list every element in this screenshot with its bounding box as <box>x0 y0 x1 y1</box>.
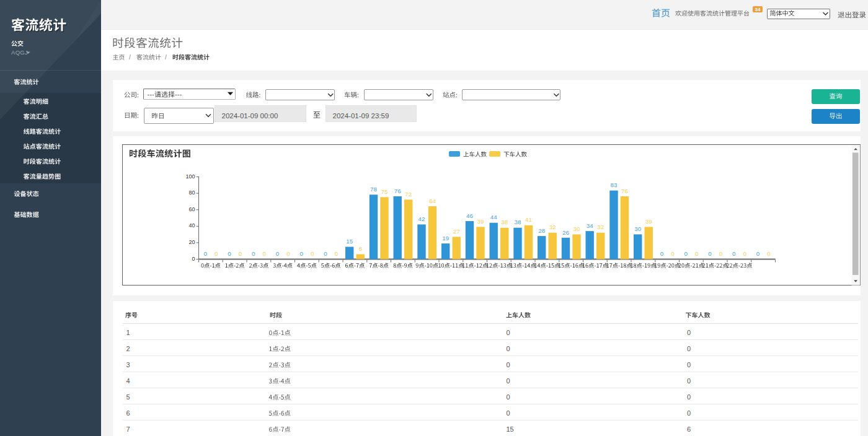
svg-text:3: 3 <box>126 361 130 368</box>
svg-text:30: 30 <box>574 225 580 232</box>
svg-text:0: 0 <box>671 250 675 257</box>
svg-text:5: 5 <box>126 393 130 401</box>
svg-text:72: 72 <box>405 191 412 198</box>
svg-text:0: 0 <box>719 250 723 257</box>
svg-text:0: 0 <box>239 250 242 257</box>
svg-text:39: 39 <box>477 218 484 225</box>
svg-text:28: 28 <box>538 227 545 234</box>
svg-text:75: 75 <box>381 188 388 195</box>
svg-text:0: 0 <box>687 361 691 368</box>
svg-text:0: 0 <box>507 329 510 336</box>
svg-text:40: 40 <box>188 222 195 229</box>
svg-text:1: 1 <box>126 329 130 336</box>
svg-text:0: 0 <box>507 377 510 385</box>
svg-text:0: 0 <box>507 393 510 401</box>
svg-text:6: 6 <box>687 425 691 433</box>
svg-text:0: 0 <box>507 409 510 417</box>
svg-text:0: 0 <box>687 409 691 417</box>
svg-text:38: 38 <box>515 219 521 225</box>
svg-text:6: 6 <box>358 245 362 252</box>
svg-text:38: 38 <box>501 219 508 225</box>
svg-text:0: 0 <box>335 250 339 257</box>
svg-text:0: 0 <box>507 361 510 368</box>
svg-text:0: 0 <box>286 250 290 257</box>
svg-text:39: 39 <box>645 218 652 225</box>
svg-text:100: 100 <box>185 173 195 180</box>
svg-text:20: 20 <box>188 239 195 245</box>
svg-text:0: 0 <box>756 250 760 257</box>
svg-text:4: 4 <box>126 377 130 385</box>
svg-text:0: 0 <box>311 250 314 257</box>
svg-text:76: 76 <box>394 188 401 194</box>
svg-text:0: 0 <box>262 250 266 257</box>
svg-text:0: 0 <box>660 250 664 257</box>
svg-text:27: 27 <box>453 228 460 235</box>
svg-text:0: 0 <box>743 250 746 257</box>
svg-text:64: 64 <box>429 198 436 204</box>
svg-text:44: 44 <box>490 214 497 220</box>
svg-text:32: 32 <box>549 224 556 230</box>
svg-text:30: 30 <box>634 225 641 232</box>
svg-text:0: 0 <box>203 250 207 257</box>
svg-text:7: 7 <box>126 425 130 433</box>
svg-text:0: 0 <box>228 250 231 257</box>
svg-text:0: 0 <box>687 393 691 401</box>
svg-text:0: 0 <box>299 250 303 257</box>
svg-text:32: 32 <box>597 224 604 230</box>
svg-text:0: 0 <box>276 250 280 257</box>
svg-text:/: / <box>129 54 131 61</box>
svg-text:0: 0 <box>687 329 691 336</box>
svg-text:0: 0 <box>192 256 195 262</box>
svg-text:15: 15 <box>346 238 353 245</box>
svg-text:0: 0 <box>708 250 712 257</box>
svg-text:80: 80 <box>188 190 195 196</box>
svg-text:60: 60 <box>188 206 195 212</box>
svg-text:0: 0 <box>732 250 736 257</box>
svg-text:6: 6 <box>126 409 130 417</box>
svg-text:0: 0 <box>215 250 218 257</box>
svg-text:83: 83 <box>611 181 618 188</box>
svg-text:0: 0 <box>507 345 510 352</box>
svg-text:42: 42 <box>418 216 425 222</box>
svg-text:34: 34 <box>587 222 593 229</box>
svg-text:0: 0 <box>695 250 699 257</box>
svg-text:0: 0 <box>324 250 327 257</box>
svg-text:19: 19 <box>442 235 449 242</box>
svg-text:0: 0 <box>252 250 255 257</box>
svg-text:76: 76 <box>621 188 628 194</box>
svg-text:78: 78 <box>370 186 377 193</box>
svg-text:0: 0 <box>684 250 688 257</box>
svg-text:15: 15 <box>507 425 514 433</box>
svg-text:41: 41 <box>525 216 532 223</box>
svg-text:26: 26 <box>562 229 569 236</box>
svg-text:0: 0 <box>767 250 771 257</box>
svg-text:2: 2 <box>126 345 130 352</box>
svg-text:0: 0 <box>687 377 691 385</box>
svg-text:0: 0 <box>687 345 691 352</box>
svg-text:/: / <box>165 54 167 61</box>
svg-text:46: 46 <box>466 212 473 219</box>
